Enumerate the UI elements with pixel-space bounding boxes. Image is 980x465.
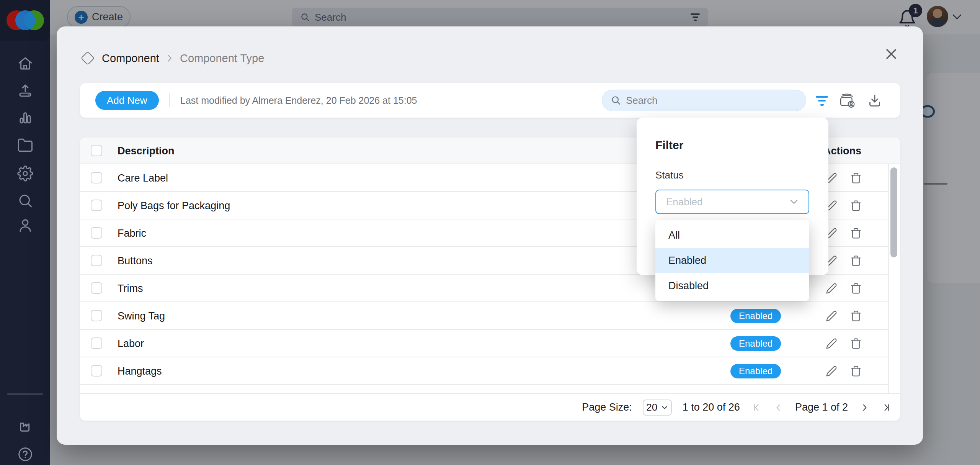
toolbar: Add New Last modified by Almera Enderez,… [80, 83, 900, 118]
row-checkbox[interactable] [91, 200, 102, 211]
first-page-button[interactable] [751, 402, 762, 413]
download-icon [867, 93, 882, 108]
edit-button[interactable] [826, 365, 837, 377]
status-select[interactable]: Enabled [655, 190, 809, 214]
column-header-description: Description [118, 138, 175, 164]
delete-button[interactable] [850, 283, 862, 294]
search-icon [611, 95, 621, 106]
factory-icon [17, 418, 33, 434]
chevron-left-icon [774, 403, 784, 413]
scrollbar-track-divider [888, 164, 889, 393]
filter-button[interactable] [813, 93, 830, 108]
row-checkbox[interactable] [91, 227, 102, 239]
table-search-input-wrap[interactable] [602, 90, 806, 111]
toolbar-divider [169, 93, 170, 107]
bulk-manage-button[interactable] [837, 92, 857, 110]
sidebar [0, 0, 50, 465]
row-description: Care Label [118, 164, 168, 192]
delete-button[interactable] [850, 255, 862, 267]
row-checkbox[interactable] [91, 255, 102, 266]
table-search-input[interactable] [626, 95, 797, 106]
sidebar-item-upload[interactable] [0, 79, 50, 103]
status-badge: Enabled [730, 336, 781, 351]
delete-button[interactable] [850, 310, 862, 322]
logo-circle-blue [15, 10, 35, 30]
row-description: Labor [118, 330, 144, 357]
breadcrumb-component[interactable]: Component [102, 52, 159, 65]
sidebar-item-files[interactable] [0, 133, 50, 157]
option-disabled[interactable]: Disabled [655, 273, 809, 298]
filter-title: Filter [655, 139, 683, 152]
table-row: Swing Tag Enabled [80, 302, 888, 330]
table-row: Hangtags Enabled [80, 357, 888, 385]
gear-icon [17, 165, 33, 182]
row-description: Trims [118, 275, 143, 302]
sidebar-item-home[interactable] [0, 51, 50, 76]
upload-icon [17, 83, 33, 99]
sidebar-item-analytics[interactable] [0, 105, 50, 130]
trash-icon [850, 283, 862, 294]
delete-button[interactable] [850, 338, 862, 349]
add-new-button[interactable]: Add New [95, 91, 159, 110]
delete-button[interactable] [850, 228, 862, 239]
pencil-icon [826, 338, 837, 349]
trash-icon [850, 365, 862, 377]
trash-icon [850, 228, 862, 239]
edit-button[interactable] [826, 338, 837, 349]
pencil-icon [826, 283, 837, 294]
breadcrumb: Component Component Type [81, 50, 264, 67]
option-all[interactable]: All [655, 223, 809, 248]
status-dropdown-list: All Enabled Disabled [655, 220, 809, 301]
sidebar-item-help[interactable] [0, 442, 50, 465]
range-text: 1 to 20 of 26 [683, 401, 740, 413]
sidebar-item-users[interactable] [0, 213, 50, 237]
scrollbar-thumb[interactable] [890, 167, 897, 257]
sidebar-item-factory[interactable] [0, 413, 50, 438]
edit-button[interactable] [826, 310, 837, 322]
delete-button[interactable] [850, 200, 862, 211]
search-icon [17, 193, 33, 209]
select-all-checkbox[interactable] [91, 145, 102, 156]
row-checkbox[interactable] [91, 337, 102, 349]
export-button[interactable] [866, 92, 884, 109]
next-page-button[interactable] [859, 402, 870, 413]
row-description: Buttons [118, 247, 153, 275]
delete-button[interactable] [850, 365, 862, 377]
row-checkbox[interactable] [91, 365, 102, 377]
row-checkbox[interactable] [91, 282, 102, 294]
last-page-button[interactable] [881, 402, 892, 413]
status-field-label: Status [655, 169, 684, 181]
trash-icon [850, 200, 862, 211]
pencil-icon [826, 365, 837, 377]
user-icon [17, 217, 33, 233]
trash-icon [850, 172, 862, 184]
app-screen: + Create 1 [0, 0, 980, 465]
filter-icon [816, 96, 828, 106]
bar-chart-icon [17, 110, 33, 126]
row-checkbox[interactable] [91, 172, 102, 183]
column-header-actions: Actions [823, 138, 861, 164]
pagination-bar: Page Size: 20 1 to 20 of 26 Page 1 of 2 [80, 393, 900, 421]
row-description: Hangtags [118, 357, 162, 385]
edit-button[interactable] [826, 283, 837, 294]
close-button[interactable] [884, 46, 899, 62]
row-checkbox[interactable] [91, 310, 102, 321]
home-icon [17, 56, 33, 72]
table-row: Labor Enabled [80, 330, 888, 357]
previous-page-button[interactable] [773, 402, 784, 413]
pencil-icon [826, 310, 837, 322]
chevron-down-icon [661, 405, 668, 410]
page-indicator: Page 1 of 2 [795, 401, 848, 413]
trash-icon [850, 338, 862, 349]
first-page-icon [751, 403, 761, 413]
page-size-select[interactable]: 20 [643, 400, 672, 416]
card-stack-user-icon [838, 93, 856, 109]
sidebar-item-settings[interactable] [0, 161, 50, 186]
sidebar-item-search[interactable] [0, 188, 50, 213]
status-badge: Enabled [730, 364, 781, 378]
last-modified-text: Last modified by Almera Enderez, 20 Feb … [180, 83, 417, 118]
delete-button[interactable] [850, 172, 862, 184]
option-enabled[interactable]: Enabled [655, 248, 809, 273]
app-logo[interactable] [0, 0, 50, 41]
chevron-down-icon [789, 199, 799, 205]
